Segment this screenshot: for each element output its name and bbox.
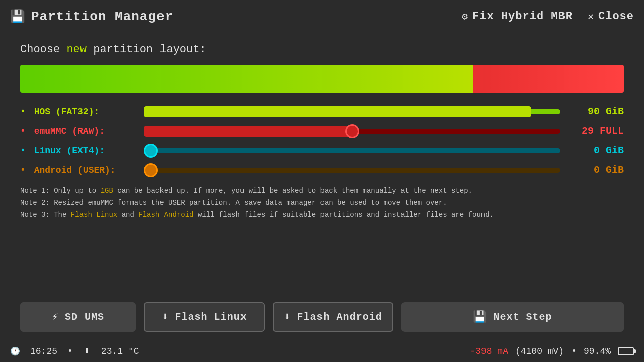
header-right: ⚙ Fix Hybrid MBR ✕ Close (462, 10, 634, 23)
sliders-section: • HOS (FAT32): 90 GiB • emuMMC (RAW): 29… (20, 106, 624, 176)
hos-slider[interactable] (144, 106, 560, 117)
android-slider-row: • Android (USER): 0 GiB (20, 164, 624, 176)
close-label: Close (598, 10, 634, 23)
close-icon: ✕ (588, 10, 594, 23)
status-left: 🕐 16:25 • 🌡 23.1 °C (10, 346, 139, 356)
choose-partition-label: Choose new partition layout: (20, 43, 624, 56)
sd-ums-icon: ⚡ (52, 310, 59, 324)
sd-ums-button[interactable]: ⚡ SD UMS (20, 302, 136, 332)
emummc-thumb (345, 124, 359, 138)
emummc-label: • emuMMC (RAW): (20, 126, 136, 136)
hos-value: 90 GiB (569, 106, 624, 117)
battery-separator: • (571, 346, 577, 356)
note-2: Note 2: Resized emuMMC formats the USER … (20, 197, 624, 209)
temp-separator: • (67, 346, 73, 356)
android-slider[interactable] (144, 165, 560, 176)
next-step-button[interactable]: 💾 Next Step (401, 302, 624, 332)
flash-android-label: Flash Android (297, 311, 382, 323)
note-1: Note 1: Only up to 1GB can be backed up.… (20, 185, 624, 197)
emummc-slider[interactable] (144, 126, 560, 137)
hos-label: • HOS (FAT32): (20, 107, 136, 117)
linux-slider[interactable] (144, 145, 560, 156)
linux-label: • Linux (EXT4): (20, 146, 136, 156)
emummc-slider-row: • emuMMC (RAW): 29 FULL (20, 125, 624, 137)
partition-bar-red (473, 65, 624, 93)
emummc-value: 29 FULL (569, 125, 624, 137)
next-step-label: Next Step (493, 311, 552, 323)
android-value: 0 GiB (569, 164, 624, 176)
bottom-buttons: ⚡ SD UMS ⬇ Flash Linux ⬇ Flash Android 💾… (0, 294, 644, 340)
partition-visual-bar (20, 65, 624, 93)
fix-hybrid-mbr-button[interactable]: ⚙ Fix Hybrid MBR (462, 10, 573, 23)
android-dot: • (20, 165, 26, 175)
flash-linux-icon: ⬇ (162, 310, 169, 324)
linux-thumb (144, 144, 158, 158)
clock-icon: 🕐 (10, 346, 20, 356)
emummc-fill (144, 126, 352, 137)
temp-icon: 🌡 (83, 346, 91, 356)
flash-linux-label: Flash Linux (175, 311, 247, 323)
hos-dot: • (20, 107, 26, 117)
android-track (144, 168, 560, 173)
voltage-display: (4100 mV) (515, 346, 564, 356)
temperature-display: 23.1 °C (101, 346, 139, 356)
time-display: 16:25 (30, 346, 57, 356)
status-right: -398 mA (4100 mV) • 99.4% (470, 346, 634, 356)
fix-hybrid-mbr-label: Fix Hybrid MBR (472, 10, 573, 23)
linux-dot: • (20, 146, 26, 156)
battery-icon (618, 347, 634, 355)
linux-value: 0 GiB (569, 145, 624, 156)
battery-body (618, 347, 634, 355)
current-display: -398 mA (470, 346, 508, 356)
linux-track (144, 148, 560, 153)
note-3: Note 3: The Flash Linux and Flash Androi… (20, 209, 624, 221)
close-button[interactable]: ✕ Close (588, 10, 634, 23)
notes-section: Note 1: Only up to 1GB can be backed up.… (20, 185, 624, 221)
flash-linux-button[interactable]: ⬇ Flash Linux (144, 302, 265, 332)
battery-pct: 99.4% (584, 346, 611, 356)
emummc-dot: • (20, 126, 26, 136)
header: 💾 Partition Manager ⚙ Fix Hybrid MBR ✕ C… (0, 0, 644, 33)
hos-fill (144, 106, 531, 117)
flash-android-icon: ⬇ (284, 310, 291, 324)
status-bar: 🕐 16:25 • 🌡 23.1 °C -398 mA (4100 mV) • … (0, 340, 644, 362)
main-content: Choose new partition layout: • HOS (FAT3… (0, 33, 644, 294)
partition-bar-green (20, 65, 473, 93)
header-left: 💾 Partition Manager (10, 9, 173, 24)
fix-hybrid-mbr-icon: ⚙ (462, 10, 468, 23)
android-thumb (144, 163, 158, 177)
flash-android-button[interactable]: ⬇ Flash Android (273, 302, 393, 332)
next-step-icon: 💾 (473, 310, 487, 324)
partition-manager-icon: 💾 (10, 9, 25, 24)
hos-slider-row: • HOS (FAT32): 90 GiB (20, 106, 624, 117)
android-label: • Android (USER): (20, 165, 136, 175)
sd-ums-label: SD UMS (65, 311, 104, 323)
app-title: Partition Manager (31, 9, 173, 24)
linux-slider-row: • Linux (EXT4): 0 GiB (20, 145, 624, 156)
